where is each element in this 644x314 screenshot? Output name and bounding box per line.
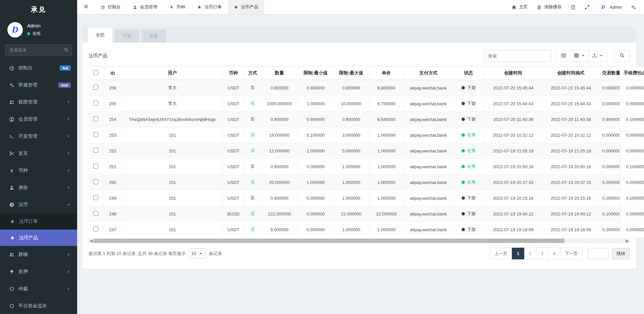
nav-tab[interactable]: 会员管理 (127, 0, 163, 14)
column-header[interactable]: 单价 (369, 66, 404, 80)
home-label: 主页 (519, 4, 528, 10)
document-button[interactable] (571, 5, 576, 10)
column-header[interactable]: 用户 (122, 66, 223, 80)
sidebar-item[interactable]: 首页 (0, 145, 77, 162)
cell-side: 卖 (244, 80, 261, 96)
row-checkbox[interactable] (93, 195, 98, 200)
cell-payment-methods: alipay,wechat,bank (404, 222, 453, 238)
page-number-button[interactable]: 4 (548, 248, 560, 259)
export-button[interactable] (589, 50, 607, 62)
table-row[interactable]: 255李大USDT买1000.0000001.00000010.0000006.… (89, 96, 644, 112)
fullscreen-button[interactable] (585, 5, 590, 10)
paging-toggle-button[interactable] (556, 50, 571, 62)
settings-button[interactable] (631, 5, 636, 10)
page-prev-button[interactable]: 上一页 (490, 248, 512, 259)
cell-id: 254 (103, 112, 122, 127)
sidebar-item[interactable]: 控制台hot (0, 59, 77, 76)
row-checkbox[interactable] (93, 101, 98, 106)
sidebar-item[interactable]: 平台资金流水 (0, 297, 77, 314)
table-row[interactable]: 247151USDT买9.0000000.0000001.0000001.000… (89, 222, 644, 238)
page-number-button[interactable]: 2 (524, 248, 536, 259)
column-header[interactable]: 限制:最大值 (333, 66, 369, 80)
column-header[interactable]: ID (103, 66, 122, 80)
scroll-right-arrow[interactable]: ▶ (625, 239, 630, 243)
app-root: 承兑 D Admin 在线 控制台hot常规管理new权限管理会员管理开发管理首… (0, 0, 644, 314)
nav-tab[interactable]: 法币订单 (191, 0, 228, 14)
sidebar-item[interactable]: 会员管理 (0, 111, 77, 128)
page-size-select[interactable]: 10 (189, 248, 206, 259)
page-number-button[interactable]: 3 (536, 248, 548, 259)
user-menu[interactable]: D Admin (599, 3, 622, 11)
sidebar-item[interactable]: ¥币种 (0, 162, 77, 179)
column-header[interactable]: 交易数量 (600, 66, 620, 80)
nav-tab[interactable]: ¥币种 (163, 0, 191, 14)
page-number-button[interactable]: 1 (512, 248, 524, 259)
document-icon (571, 5, 576, 10)
table-row[interactable]: 253151USDT买19.0000000.1000003.0000001.00… (89, 127, 644, 143)
row-checkbox[interactable] (93, 164, 98, 169)
column-header[interactable]: 方式 (244, 66, 261, 80)
cell-min-limit: 0.000000 (298, 159, 333, 175)
column-header[interactable]: 限制:最小值 (298, 66, 333, 80)
table-row[interactable]: 250151USDT买20.0000001.0000001.0000001.00… (89, 175, 644, 190)
filter-tab-active[interactable]: 全部 (88, 27, 112, 43)
cell-amount: 9.000000 (261, 222, 298, 238)
row-checkbox[interactable] (93, 179, 98, 184)
list-icon (561, 53, 566, 58)
page-next-button[interactable]: 下一页 (560, 248, 583, 259)
home-button[interactable]: 主页 (512, 4, 528, 10)
sidebar-item[interactable]: 仲裁 (0, 280, 77, 297)
table-row[interactable]: 249151USDT卖0.9000000.0000001.0000001.000… (89, 190, 644, 206)
nav-tab-active[interactable]: 法币产品 (228, 0, 264, 14)
column-header[interactable]: 支付方式 (404, 66, 453, 80)
column-header[interactable]: 创建时间格式 (542, 66, 600, 80)
sidebar-item[interactable]: 常规管理new (0, 76, 77, 93)
clear-cache-button[interactable]: 清除缓存 (537, 4, 561, 10)
columns-button[interactable] (571, 50, 589, 62)
cell-max-limit: 10.000000 (333, 96, 369, 112)
cell-id: 250 (103, 175, 122, 190)
column-header[interactable]: 币种 (223, 66, 244, 80)
select-all-checkbox[interactable] (93, 70, 98, 75)
column-header[interactable]: 手续费扣点 (620, 66, 644, 80)
sidebar-item[interactable]: 权限管理 (0, 93, 77, 111)
chevron-left-icon (66, 185, 71, 190)
row-checkbox[interactable] (93, 116, 98, 121)
table-row[interactable]: 248151BUSD买222.0000000.00000022.00000022… (89, 206, 644, 222)
row-checkbox[interactable] (93, 227, 98, 232)
table-row[interactable]: 256李大USDT卖0.8000000.8000000.8000006.8800… (89, 80, 644, 96)
column-header[interactable]: 创建时间 (484, 66, 542, 80)
column-header[interactable]: 状态 (453, 66, 484, 80)
sidebar-item[interactable]: 开发管理 (0, 128, 77, 145)
cell-side: 买 (244, 206, 261, 222)
sidebar-item[interactable]: 群聊 (0, 246, 77, 263)
sidebar-item[interactable]: 身份 (0, 179, 77, 196)
jump-page-input[interactable] (588, 248, 608, 259)
filter-tab[interactable]: 下架 (115, 29, 139, 43)
row-checkbox[interactable] (93, 211, 98, 216)
horizontal-scrollbar[interactable]: ◀ ▶ (89, 239, 630, 243)
search-submit-button[interactable] (614, 50, 630, 62)
table-row[interactable]: 254TAeQd4ASejmU4XY1sqJ6xv44szmNjMHcgvUSD… (89, 112, 644, 127)
table-row[interactable]: 251151USDT卖0.9000000.0000001.0000001.000… (89, 159, 644, 175)
nav-tab[interactable]: 控制台 (95, 0, 127, 14)
column-header[interactable]: 数量 (261, 66, 298, 80)
cell-status: 在售 (453, 175, 484, 190)
row-checkbox[interactable] (93, 148, 98, 153)
jump-button[interactable]: 跳转 (612, 248, 630, 259)
sidebar-subitem-active[interactable]: 法币产品 (0, 230, 77, 246)
row-checkbox[interactable] (93, 132, 98, 137)
table-search-input[interactable] (484, 50, 551, 62)
row-checkbox[interactable] (93, 85, 98, 90)
sidebar-toggle-button[interactable] (77, 0, 95, 14)
sidebar-search-input[interactable] (5, 44, 72, 56)
expand-icon-holder (585, 5, 590, 10)
cell-status: 下架 (453, 190, 484, 206)
scroll-left-arrow[interactable]: ◀ (89, 239, 94, 243)
sidebar-subitem[interactable]: 法币订单 (0, 213, 77, 230)
sidebar-item[interactable]: 质押 (0, 263, 77, 280)
sidebar-item[interactable]: S法币 (0, 196, 77, 213)
scrollbar-thumb[interactable] (94, 239, 565, 243)
table-row[interactable]: 252151USDT买12.0000002.0000005.0000001.00… (89, 143, 644, 159)
filter-tab[interactable]: 在售 (142, 29, 166, 43)
